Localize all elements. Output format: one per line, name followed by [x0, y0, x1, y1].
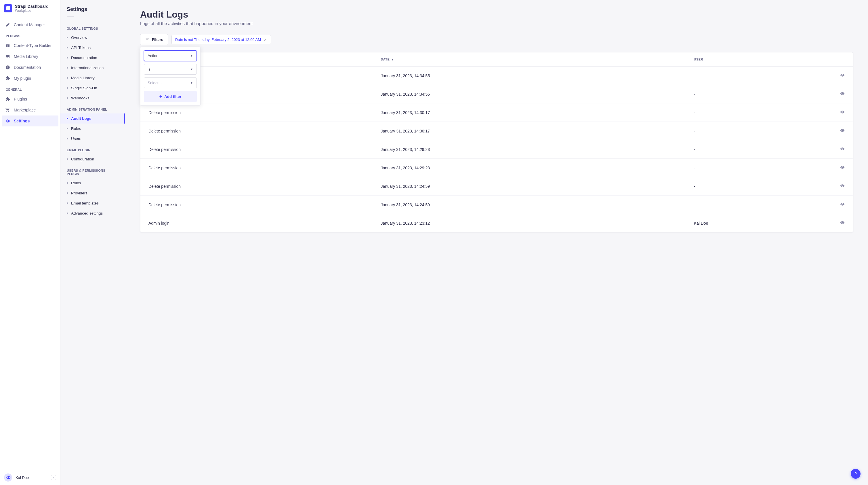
settings-item-overview[interactable]: Overview: [60, 32, 125, 42]
nav-item-marketplace[interactable]: Marketplace: [2, 105, 58, 115]
settings-item-roles[interactable]: Roles: [60, 123, 125, 134]
bullet-icon: [67, 57, 68, 58]
filter-operator-select-value: is: [148, 67, 151, 72]
remove-filter-icon[interactable]: ×: [263, 38, 267, 42]
sidebar-footer: KD Kai Doe ‹: [0, 470, 60, 485]
settings-group-label: EMAIL PLUGIN: [60, 144, 125, 154]
avatar[interactable]: KD: [4, 474, 12, 482]
table-row: January 31, 2023, 14:34:55-: [141, 66, 853, 85]
nav-item-content-type-builder[interactable]: Content-Type Builder: [2, 40, 58, 51]
landscape-icon: [5, 54, 10, 59]
bullet-icon: [67, 97, 68, 99]
brand-subtitle: Workplace: [15, 9, 49, 13]
settings-item-advanced-settings[interactable]: Advanced settings: [60, 208, 125, 218]
filter-value-placeholder: Select...: [148, 81, 162, 85]
settings-item-label: Media Library: [71, 76, 95, 80]
settings-item-label: Internationalization: [71, 66, 103, 70]
cell-actions: [832, 122, 853, 140]
bullet-icon: [67, 128, 68, 129]
nav-item-documentation[interactable]: Documentation: [2, 62, 58, 73]
settings-item-internationalization[interactable]: Internationalization: [60, 63, 125, 73]
cell-action: Delete permission: [141, 104, 373, 122]
nav-item-my-plugin[interactable]: My plugin: [2, 73, 58, 84]
add-filter-button[interactable]: + Add filter: [144, 91, 197, 102]
svg-rect-2: [7, 66, 8, 66]
active-filter-chip[interactable]: Date is not Thursday, February 2, 2023 a…: [172, 35, 271, 45]
settings-item-configuration[interactable]: Configuration: [60, 154, 125, 164]
filter-icon: [145, 37, 150, 42]
cell-actions: [832, 104, 853, 122]
page-subtitle: Logs of all the activities that happened…: [140, 21, 853, 26]
puzzle-icon: [5, 96, 10, 102]
filter-field-select[interactable]: Action ▼: [144, 50, 197, 61]
cell-date: January 31, 2023, 14:29:23: [373, 159, 686, 177]
view-icon[interactable]: [840, 91, 845, 96]
svg-rect-1: [7, 67, 8, 68]
table-row: January 31, 2023, 14:34:55-: [141, 85, 853, 104]
nav-item-media-library[interactable]: Media Library: [2, 51, 58, 62]
filters-button[interactable]: Filters: [140, 34, 168, 45]
table-header-actions: [832, 52, 853, 66]
filter-field-select-value: Action: [148, 54, 158, 58]
view-icon[interactable]: [840, 147, 845, 151]
cell-actions: [832, 196, 853, 214]
settings-sidebar: Settings GLOBAL SETTINGSOverviewAPI Toke…: [60, 0, 125, 485]
filter-value-select[interactable]: Select... ▼: [144, 78, 197, 88]
strapi-logo-icon: [4, 4, 12, 12]
cell-actions: [832, 85, 853, 104]
table-row: Delete permissionJanuary 31, 2023, 14:30…: [141, 104, 853, 122]
cell-user: -: [686, 177, 832, 196]
cell-user: Kai Doe: [686, 214, 832, 232]
primary-sidebar: Strapi Dashboard Workplace Content Manag…: [0, 0, 60, 485]
settings-item-roles[interactable]: Roles: [60, 178, 125, 188]
brand-block: Strapi Dashboard Workplace: [0, 0, 60, 17]
settings-item-single-sign-on[interactable]: Single Sign-On: [60, 83, 125, 93]
settings-item-label: Single Sign-On: [71, 86, 97, 90]
view-icon[interactable]: [840, 73, 845, 78]
cell-date: January 31, 2023, 14:34:55: [373, 85, 686, 104]
nav-item-settings[interactable]: Settings: [2, 115, 58, 126]
table-header-date[interactable]: DATE▼: [373, 52, 686, 66]
primary-nav: Content Manager PLUGINS Content-Type Bui…: [0, 17, 60, 470]
settings-item-api-tokens[interactable]: API Tokens: [60, 42, 125, 53]
cell-date: January 31, 2023, 14:29:23: [373, 140, 686, 159]
cell-date: January 31, 2023, 14:24:59: [373, 196, 686, 214]
filter-operator-select[interactable]: is ▼: [144, 64, 197, 75]
settings-item-webhooks[interactable]: Webhooks: [60, 93, 125, 103]
settings-item-providers[interactable]: Providers: [60, 188, 125, 198]
view-icon[interactable]: [840, 110, 845, 114]
cell-actions: [832, 177, 853, 196]
view-icon[interactable]: [840, 220, 845, 225]
cell-actions: [832, 66, 853, 85]
nav-item-plugins[interactable]: Plugins: [2, 94, 58, 105]
puzzle-icon: [5, 76, 10, 81]
collapse-sidebar-button[interactable]: ‹: [51, 475, 56, 480]
cell-user: -: [686, 104, 832, 122]
settings-item-audit-logs[interactable]: Audit Logs: [60, 113, 125, 123]
page-title: Audit Logs: [140, 9, 853, 20]
nav-item-label: My plugin: [14, 76, 31, 81]
view-icon[interactable]: [840, 165, 845, 170]
nav-item-label: Settings: [14, 119, 30, 123]
cell-date: January 31, 2023, 14:23:12: [373, 214, 686, 232]
bullet-icon: [67, 77, 68, 79]
view-icon[interactable]: [840, 183, 845, 188]
table-header-user[interactable]: USER: [686, 52, 832, 66]
nav-item-content-manager[interactable]: Content Manager: [2, 19, 58, 30]
settings-item-label: Webhooks: [71, 96, 90, 100]
settings-item-users[interactable]: Users: [60, 134, 125, 144]
layout-icon: [5, 43, 10, 48]
nav-item-label: Content Manager: [14, 23, 45, 27]
cell-user: -: [686, 159, 832, 177]
settings-item-documentation[interactable]: Documentation: [60, 53, 125, 63]
view-icon[interactable]: [840, 128, 845, 133]
settings-item-media-library[interactable]: Media Library: [60, 73, 125, 83]
table-row: Admin loginJanuary 31, 2023, 14:23:12Kai…: [141, 214, 853, 232]
view-icon[interactable]: [840, 202, 845, 206]
help-button[interactable]: ?: [851, 469, 861, 479]
settings-item-email-templates[interactable]: Email templates: [60, 198, 125, 208]
bullet-icon: [67, 118, 68, 119]
settings-group-label: ADMINISTRATION PANEL: [60, 103, 125, 113]
caret-down-icon: ▼: [190, 54, 193, 57]
table-header-label: USER: [694, 58, 703, 61]
